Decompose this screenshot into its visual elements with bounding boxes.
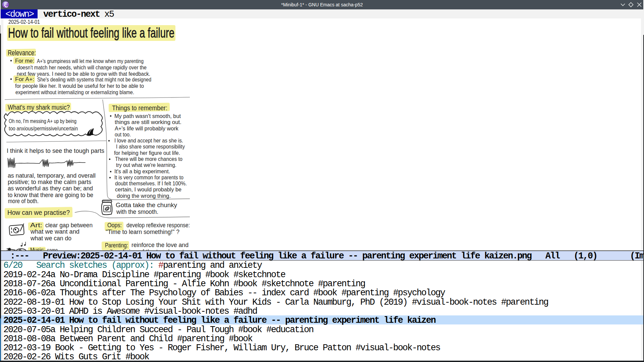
svg-text:How can we practise?: How can we practise? xyxy=(7,208,70,216)
svg-text:I also share some responsibili: I also share some responsibility xyxy=(116,143,185,150)
svg-text:For me:: For me: xyxy=(15,58,34,64)
svg-text:I love and accept her as she i: I love and accept her as she is. xyxy=(114,137,183,144)
svg-text:Oh no, I'm messing A+ up by be: Oh no, I'm messing A+ up by being xyxy=(9,118,76,124)
svg-text:doesn't match her needs, which: doesn't match her needs, which will chan… xyxy=(17,64,147,71)
svg-text:as natural, temporary, and ove: as natural, temporary, and overall xyxy=(8,172,96,179)
svg-text:Things to remember:: Things to remember: xyxy=(112,104,167,112)
svg-text:try out what we're learning.: try out what we're learning. xyxy=(116,162,176,168)
svg-text:A+'s life will probably work: A+'s life will probably work xyxy=(115,125,178,132)
svg-text:Relevance:: Relevance: xyxy=(8,49,36,57)
svg-text:as wonderful as they can be; a: as wonderful as they can be; and xyxy=(8,185,93,192)
svg-text:doubt themselves. If I felt 10: doubt themselves. If I felt 100%. xyxy=(115,180,187,187)
svg-text:with the smooth.: with the smooth. xyxy=(116,208,158,215)
svg-text:What's my shark music?: What's my shark music? xyxy=(8,104,70,111)
svg-text:My path wasn't smooth, but: My path wasn't smooth, but xyxy=(114,113,181,119)
svg-text:clear gap between: clear gap between xyxy=(45,222,93,229)
svg-text:reinforce the love and: reinforce the love and xyxy=(131,242,189,248)
svg-text:out too.: out too. xyxy=(115,131,131,138)
svg-text:too anxious/permissive/uncerta: too anxious/permissive/uncertain xyxy=(9,125,78,132)
svg-text:It is very common for parents: It is very common for parents to xyxy=(114,174,183,181)
svg-text:to know that there are going t: to know that there are going to be xyxy=(8,192,93,198)
svg-text:certain, I would probably be: certain, I would probably be xyxy=(115,186,181,193)
svg-text:How to fail without feeling li: How to fail without feeling like a failu… xyxy=(8,25,174,40)
svg-text:It's all a big experiment.: It's all a big experiment. xyxy=(114,168,170,175)
svg-text:for people like her. It would: for people like her. It would be useful … xyxy=(15,83,144,89)
svg-text:positive; to make the calm par: positive; to make the calm parts xyxy=(8,179,91,185)
svg-text:Oops:: Oops: xyxy=(107,222,122,229)
svg-text:Gotta take the chunky: Gotta take the chunky xyxy=(116,202,177,208)
svg-text:She's dealing with systems tha: She's dealing with systems that might no… xyxy=(37,76,151,83)
svg-text:what we want and: what we want and xyxy=(30,228,79,235)
svg-text:for helping her figure out lif: for helping her figure out life. xyxy=(114,150,180,156)
svg-text:more of both.: more of both. xyxy=(8,198,39,204)
svg-text:There will be more chances to: There will be more chances to xyxy=(115,156,182,162)
svg-text:"Time to learn something!" ?: "Time to learn something!" ? xyxy=(106,229,179,235)
svg-text:A+'s grumpiness will let me kn: A+'s grumpiness will let me know when my… xyxy=(37,58,144,64)
svg-text:experiment without internalizi: experiment without internalizing or exte… xyxy=(15,89,134,96)
svg-text:2025-02-14-01: 2025-02-14-01 xyxy=(8,19,40,25)
svg-text:I think it helps to see the to: I think it helps to see the tough parts xyxy=(7,147,104,154)
svg-text:what we can do: what we can do xyxy=(30,235,71,242)
svg-text:Art:: Art: xyxy=(30,222,42,229)
svg-text:things are still working out.: things are still working out. xyxy=(115,119,181,125)
svg-text:doing the wrong thing.: doing the wrong thing. xyxy=(117,193,171,199)
svg-text:Parenting:: Parenting: xyxy=(105,242,128,249)
svg-text:develop reflexive response:: develop reflexive response: xyxy=(126,222,190,229)
svg-text:For A+:: For A+: xyxy=(15,76,34,82)
